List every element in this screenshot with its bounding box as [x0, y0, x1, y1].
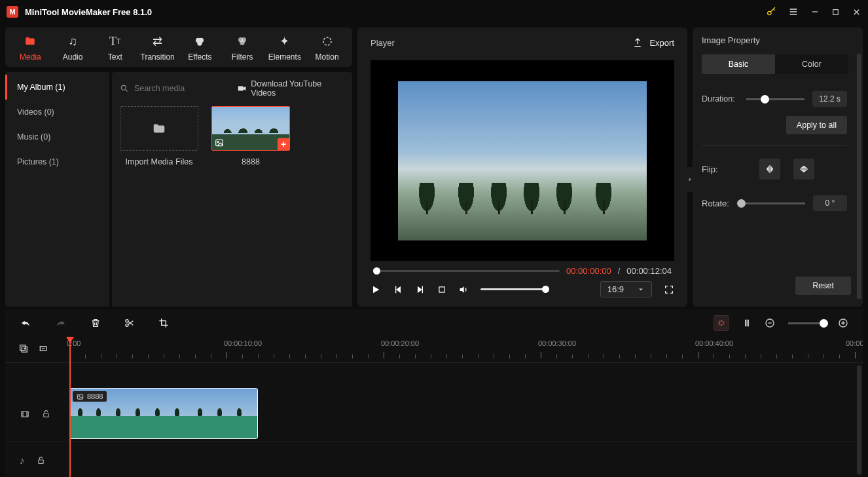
svg-point-12 — [217, 142, 219, 143]
sidebar-item-pictures[interactable]: Pictures (1) — [5, 149, 109, 174]
sidebar-item-album[interactable]: My Album (1) — [5, 75, 109, 100]
export-button[interactable]: Export — [632, 37, 674, 48]
import-media-card[interactable]: Import Media Files — [120, 106, 198, 166]
svg-rect-26 — [44, 413, 49, 417]
filters-icon — [221, 34, 264, 48]
sidebar-item-videos[interactable]: Videos (0) — [5, 100, 109, 124]
search-media[interactable] — [120, 84, 237, 93]
video-download-icon — [237, 84, 247, 93]
redo-button[interactable] — [55, 318, 67, 328]
zoom-slider[interactable] — [788, 322, 825, 324]
video-track: 8888 — [5, 387, 863, 442]
play-button[interactable] — [371, 284, 381, 295]
search-input[interactable] — [134, 84, 237, 93]
properties-panel: Image Property Basic Color Duration: 12.… — [693, 28, 863, 307]
properties-scrollbar[interactable] — [857, 54, 861, 299]
svg-point-7 — [240, 41, 245, 46]
tab-effects[interactable]: Effects — [179, 34, 221, 62]
rotate-slider[interactable] — [737, 202, 805, 204]
media-thumb-8888[interactable]: + 8888 — [211, 106, 290, 166]
zoom-in-button[interactable] — [838, 318, 848, 328]
lock-icon[interactable] — [42, 409, 50, 419]
license-key-icon[interactable] — [766, 7, 776, 17]
tab-motion[interactable]: Motion — [306, 34, 348, 62]
reset-button[interactable]: Reset — [795, 277, 851, 295]
undo-button[interactable] — [20, 318, 31, 328]
svg-point-28 — [79, 395, 80, 396]
split-button[interactable] — [124, 318, 135, 328]
prop-tab-basic[interactable]: Basic — [702, 54, 775, 74]
prev-frame-button[interactable] — [393, 284, 403, 295]
clip-label-chip: 8888 — [73, 391, 107, 402]
time-total: 00:00:12:04 — [626, 266, 672, 276]
svg-rect-14 — [769, 165, 770, 173]
magnet-button[interactable] — [742, 318, 751, 328]
lock-icon[interactable] — [37, 455, 45, 465]
thumb-label: 8888 — [211, 157, 290, 166]
minimize-icon[interactable] — [810, 7, 820, 16]
aspect-ratio-select[interactable]: 16:9 — [600, 281, 652, 297]
maximize-icon[interactable] — [831, 8, 840, 16]
fullscreen-button[interactable] — [664, 284, 674, 295]
image-badge-icon — [215, 138, 224, 147]
flip-label: Flip: — [702, 164, 746, 174]
tab-filters[interactable]: Filters — [221, 34, 264, 62]
media-body: Download YouTube Videos Import Media Fil… — [112, 72, 352, 307]
effects-icon — [179, 34, 221, 48]
volume-slider[interactable] — [480, 288, 546, 290]
zoom-out-button[interactable] — [765, 318, 775, 328]
timeline-scrollbar[interactable] — [857, 366, 861, 474]
prop-tab-color[interactable]: Color — [775, 54, 848, 74]
delete-button[interactable] — [90, 318, 101, 328]
properties-title: Image Property — [702, 35, 860, 45]
remove-track-button[interactable] — [38, 343, 48, 354]
rotate-value[interactable]: 0 ° — [813, 195, 847, 211]
add-track-button[interactable] — [18, 343, 29, 354]
ruler-label: 00:00:10:00 — [224, 339, 262, 347]
svg-rect-1 — [833, 9, 839, 14]
preview-stage[interactable] — [371, 60, 674, 261]
svg-rect-15 — [800, 168, 808, 169]
flip-horizontal-button[interactable] — [759, 159, 780, 180]
svg-rect-19 — [748, 320, 749, 327]
crop-button[interactable] — [158, 318, 169, 328]
add-to-timeline-button[interactable]: + — [278, 138, 289, 150]
tab-audio[interactable]: ♫Audio — [52, 34, 94, 62]
auto-highlight-button[interactable] — [714, 315, 729, 331]
close-icon[interactable] — [852, 7, 861, 17]
volume-button[interactable] — [458, 284, 469, 295]
title-bar: M MiniTool MovieMaker Free 8.1.0 — [0, 0, 868, 24]
next-frame-button[interactable] — [415, 284, 425, 295]
download-youtube-link[interactable]: Download YouTube Videos — [237, 79, 344, 98]
seek-slider[interactable] — [373, 270, 560, 272]
export-icon — [632, 37, 643, 48]
sidebar-item-music[interactable]: Music (0) — [5, 124, 109, 149]
playhead[interactable] — [69, 337, 71, 477]
folder-icon — [9, 34, 52, 48]
timeline-clip-8888[interactable]: 8888 — [69, 388, 258, 439]
image-icon — [77, 393, 84, 400]
svg-rect-29 — [38, 460, 43, 463]
menu-icon[interactable] — [788, 7, 799, 17]
collapse-properties-button[interactable] — [687, 167, 693, 192]
sparkle-icon: ✦ — [264, 34, 306, 48]
audio-track: ♪ — [5, 442, 863, 477]
tab-media[interactable]: Media — [9, 34, 52, 62]
timeline-ruler[interactable]: 0:0000:00:10:0000:00:20:0000:00:30:0000:… — [5, 337, 863, 363]
search-icon — [120, 84, 129, 93]
stop-button[interactable] — [437, 285, 446, 294]
ruler-label: 00:00:20:00 — [381, 339, 419, 347]
flip-vertical-button[interactable] — [793, 159, 814, 180]
timeline-toolbar — [5, 309, 863, 337]
duration-slider[interactable] — [746, 98, 805, 100]
tab-transition[interactable]: ⇄Transition — [136, 34, 179, 62]
video-track-icon — [20, 410, 30, 419]
chevron-down-icon — [637, 286, 645, 294]
apply-to-all-button[interactable]: Apply to all — [786, 116, 847, 134]
tab-elements[interactable]: ✦Elements — [264, 34, 306, 62]
ruler-label: 00:00:50 — [846, 339, 863, 347]
tab-text[interactable]: TTText — [94, 34, 137, 62]
duration-value[interactable]: 12.2 s — [812, 91, 847, 107]
ruler-label: 00:00:30:00 — [538, 339, 576, 347]
duration-label: Duration: — [702, 94, 746, 104]
